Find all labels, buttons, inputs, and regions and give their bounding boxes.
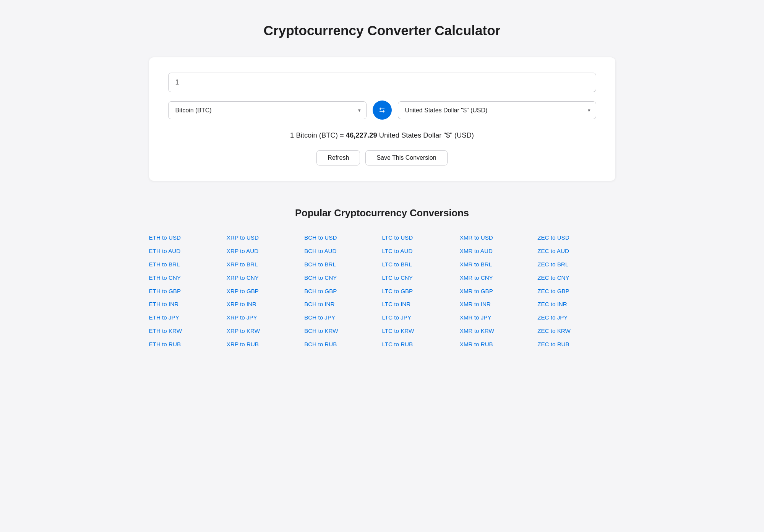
conversion-link-eth-4[interactable]: ETH to GBP — [149, 286, 227, 297]
conversion-link-ltc-7[interactable]: LTC to KRW — [382, 326, 459, 337]
conversion-link-bch-7[interactable]: BCH to KRW — [304, 326, 382, 337]
from-currency-wrapper: Bitcoin (BTC) ▾ — [168, 101, 367, 119]
result-to-text: United States Dollar "$" (USD) — [379, 131, 474, 139]
conversion-link-zec-8[interactable]: ZEC to RUB — [537, 339, 615, 350]
conversion-link-xmr-5[interactable]: XMR to INR — [460, 299, 537, 310]
conversion-link-xmr-4[interactable]: XMR to GBP — [460, 286, 537, 297]
conversion-link-xmr-3[interactable]: XMR to CNY — [460, 272, 537, 284]
conversion-link-eth-8[interactable]: ETH to RUB — [149, 339, 227, 350]
conversion-link-bch-5[interactable]: BCH to INR — [304, 299, 382, 310]
conversion-link-ltc-5[interactable]: LTC to INR — [382, 299, 459, 310]
conversion-link-xrp-0[interactable]: XRP to USD — [227, 232, 304, 243]
conversion-link-xrp-3[interactable]: XRP to CNY — [227, 272, 304, 284]
conversion-link-zec-0[interactable]: ZEC to USD — [537, 232, 615, 243]
conversion-link-xmr-7[interactable]: XMR to KRW — [460, 326, 537, 337]
conversion-link-zec-7[interactable]: ZEC to KRW — [537, 326, 615, 337]
conversion-link-xrp-7[interactable]: XRP to KRW — [227, 326, 304, 337]
conversion-col-zec: ZEC to USDZEC to AUDZEC to BRLZEC to CNY… — [537, 232, 615, 350]
conversion-link-zec-2[interactable]: ZEC to BRL — [537, 259, 615, 270]
conversion-link-xrp-4[interactable]: XRP to GBP — [227, 286, 304, 297]
conversion-link-bch-2[interactable]: BCH to BRL — [304, 259, 382, 270]
conversion-link-xmr-0[interactable]: XMR to USD — [460, 232, 537, 243]
popular-section: Popular Cryptocurrency Conversions ETH t… — [149, 208, 615, 350]
conversion-col-xmr: XMR to USDXMR to AUDXMR to BRLXMR to CNY… — [460, 232, 537, 350]
conversion-link-xrp-1[interactable]: XRP to AUD — [227, 246, 304, 257]
conversion-link-eth-2[interactable]: ETH to BRL — [149, 259, 227, 270]
result-equals: = — [340, 131, 346, 139]
save-conversion-button[interactable]: Save This Conversion — [365, 150, 447, 165]
converter-card: Bitcoin (BTC) ▾ ⇆ United States Dollar "… — [149, 57, 615, 181]
amount-input[interactable] — [168, 73, 596, 92]
conversion-link-eth-1[interactable]: ETH to AUD — [149, 246, 227, 257]
conversion-link-ltc-0[interactable]: LTC to USD — [382, 232, 459, 243]
conversion-col-eth: ETH to USDETH to AUDETH to BRLETH to CNY… — [149, 232, 227, 350]
conversion-link-zec-6[interactable]: ZEC to JPY — [537, 312, 615, 323]
conversion-link-eth-3[interactable]: ETH to CNY — [149, 272, 227, 284]
conversion-link-ltc-8[interactable]: LTC to RUB — [382, 339, 459, 350]
swap-button[interactable]: ⇆ — [373, 101, 392, 120]
conversion-link-ltc-2[interactable]: LTC to BRL — [382, 259, 459, 270]
result-row: 1 Bitcoin (BTC) = 46,227.29 United State… — [168, 131, 596, 139]
action-buttons: Refresh Save This Conversion — [168, 150, 596, 165]
conversion-link-eth-5[interactable]: ETH to INR — [149, 299, 227, 310]
to-currency-select[interactable]: United States Dollar "$" (USD) — [398, 102, 596, 119]
from-currency-select[interactable]: Bitcoin (BTC) — [169, 102, 366, 119]
conversion-link-bch-0[interactable]: BCH to USD — [304, 232, 382, 243]
conversion-link-bch-8[interactable]: BCH to RUB — [304, 339, 382, 350]
conversion-link-xrp-5[interactable]: XRP to INR — [227, 299, 304, 310]
conversion-link-eth-0[interactable]: ETH to USD — [149, 232, 227, 243]
refresh-button[interactable]: Refresh — [316, 150, 360, 165]
conversion-link-ltc-1[interactable]: LTC to AUD — [382, 246, 459, 257]
conversion-col-ltc: LTC to USDLTC to AUDLTC to BRLLTC to CNY… — [382, 232, 459, 350]
conversion-link-bch-6[interactable]: BCH to JPY — [304, 312, 382, 323]
result-value: 46,227.29 — [346, 131, 377, 139]
conversion-link-zec-1[interactable]: ZEC to AUD — [537, 246, 615, 257]
conversion-link-xmr-1[interactable]: XMR to AUD — [460, 246, 537, 257]
conversion-link-zec-5[interactable]: ZEC to INR — [537, 299, 615, 310]
conversion-link-xmr-2[interactable]: XMR to BRL — [460, 259, 537, 270]
selectors-row: Bitcoin (BTC) ▾ ⇆ United States Dollar "… — [168, 101, 596, 120]
conversion-link-xrp-2[interactable]: XRP to BRL — [227, 259, 304, 270]
conversion-link-zec-3[interactable]: ZEC to CNY — [537, 272, 615, 284]
conversion-link-bch-4[interactable]: BCH to GBP — [304, 286, 382, 297]
conversion-link-xrp-8[interactable]: XRP to RUB — [227, 339, 304, 350]
conversion-col-bch: BCH to USDBCH to AUDBCH to BRLBCH to CNY… — [304, 232, 382, 350]
conversion-link-eth-6[interactable]: ETH to JPY — [149, 312, 227, 323]
to-currency-wrapper: United States Dollar "$" (USD) ▾ — [398, 101, 596, 119]
conversion-link-xmr-8[interactable]: XMR to RUB — [460, 339, 537, 350]
conversion-link-zec-4[interactable]: ZEC to GBP — [537, 286, 615, 297]
conversion-link-bch-1[interactable]: BCH to AUD — [304, 246, 382, 257]
conversion-link-bch-3[interactable]: BCH to CNY — [304, 272, 382, 284]
conversion-link-ltc-6[interactable]: LTC to JPY — [382, 312, 459, 323]
conversion-link-ltc-3[interactable]: LTC to CNY — [382, 272, 459, 284]
conversion-link-ltc-4[interactable]: LTC to GBP — [382, 286, 459, 297]
result-from-text: 1 Bitcoin (BTC) — [290, 131, 338, 139]
conversion-col-xrp: XRP to USDXRP to AUDXRP to BRLXRP to CNY… — [227, 232, 304, 350]
swap-icon: ⇆ — [379, 106, 385, 114]
conversion-link-xrp-6[interactable]: XRP to JPY — [227, 312, 304, 323]
conversions-grid: ETH to USDETH to AUDETH to BRLETH to CNY… — [149, 232, 615, 350]
conversion-link-xmr-6[interactable]: XMR to JPY — [460, 312, 537, 323]
popular-title: Popular Cryptocurrency Conversions — [149, 208, 615, 219]
conversion-link-eth-7[interactable]: ETH to KRW — [149, 326, 227, 337]
page-title: Cryptocurrency Converter Calculator — [149, 23, 615, 38]
